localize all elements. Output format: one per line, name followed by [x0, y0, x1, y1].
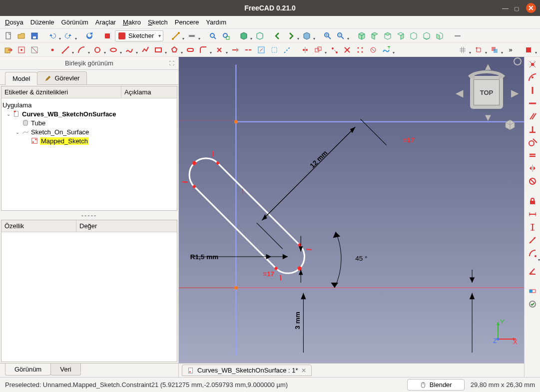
menu-windows[interactable]: Pencere [175, 18, 199, 26]
tree-tube-label[interactable]: Tube [31, 119, 45, 127]
measure-dist-icon[interactable] [452, 30, 463, 41]
tree-sos-label[interactable]: Sketch_On_Surface [31, 128, 89, 136]
constr-angle-icon[interactable] [527, 266, 539, 277]
tab-model[interactable]: Model [5, 72, 37, 85]
constr-equal-icon[interactable] [527, 150, 539, 161]
sk-clone-icon[interactable] [313, 44, 324, 55]
document-tab[interactable]: Curves_WB_SketchOnSurface : 1* ✕ [182, 365, 312, 376]
refresh-icon[interactable] [84, 30, 95, 41]
window-close-icon[interactable]: ✕ [526, 3, 536, 13]
view-top-icon[interactable] [382, 30, 393, 41]
sk-del-align-icon[interactable] [342, 44, 353, 55]
link-nav-icon[interactable] [301, 30, 312, 41]
menu-macro[interactable]: Makro [123, 18, 141, 26]
menu-help[interactable]: Yardım [206, 18, 226, 26]
splitter-handle[interactable]: ----- [0, 212, 178, 219]
navcube-menu-icon[interactable] [513, 57, 522, 66]
sk-grid-icon[interactable] [457, 44, 468, 55]
constr-activate-icon[interactable] [527, 299, 539, 310]
leave-sketch-icon[interactable] [3, 44, 14, 55]
measure-linear-icon[interactable] [170, 30, 181, 41]
sk-rect-icon[interactable] [153, 44, 164, 55]
constr-toggle-driving-icon[interactable] [527, 286, 539, 297]
constr-lock-icon[interactable] [527, 196, 539, 207]
sk-line-icon[interactable] [60, 44, 71, 55]
constr-radius-icon[interactable] [527, 248, 539, 259]
navcube-left-arrow[interactable]: ◀ [456, 87, 463, 99]
sk-rectangular-array-icon[interactable] [355, 44, 366, 55]
tree-app-root[interactable]: Uygulama [2, 101, 32, 109]
window-maximize-icon[interactable] [514, 4, 521, 11]
constr-horiz-dist-icon[interactable] [527, 209, 539, 220]
constr-vertical-icon[interactable] [527, 85, 539, 96]
sk-copy-icon[interactable] [329, 44, 340, 55]
window-minimize-icon[interactable] [502, 4, 509, 11]
menu-sketch[interactable]: Sketch [148, 18, 168, 26]
workbench-selector[interactable]: Sketcher [115, 30, 163, 41]
tree-view[interactable]: Etiketler & öznitelikleri Açıklama Uygul… [1, 86, 177, 211]
tree-expand-sos[interactable]: ⌄ [13, 129, 21, 135]
constr-horizontal-icon[interactable] [527, 98, 539, 109]
sk-stop-op-icon[interactable] [523, 44, 534, 55]
property-view[interactable]: Özellik Değer [1, 220, 177, 362]
expand-icon[interactable]: ⛶ [169, 60, 174, 66]
measure-clear-icon[interactable] [186, 30, 197, 41]
tree-mapped-label[interactable]: Mapped_Sketch [40, 137, 89, 145]
tab-tasks[interactable]: Görevler [37, 71, 87, 84]
sk-arc-icon[interactable] [76, 44, 87, 55]
view-front-icon[interactable] [369, 30, 380, 41]
sk-ellipse-icon[interactable] [108, 44, 119, 55]
sk-increase-degree-icon[interactable]: + [381, 44, 392, 55]
nav-back-icon[interactable] [272, 30, 283, 41]
menu-tools[interactable]: Araçlar [95, 18, 116, 26]
constr-point-on-icon[interactable] [527, 72, 539, 83]
navigation-cube[interactable]: TOP ▲ ▼ ◀ ▶ [454, 60, 519, 125]
3d-view[interactable]: 12 mm R1,5 mm 45 ° [179, 57, 524, 363]
bbox-icon[interactable] [254, 30, 265, 41]
undo-icon[interactable] [47, 30, 58, 41]
view-section-icon[interactable] [29, 44, 40, 55]
sk-remove-axes-icon[interactable] [368, 44, 379, 55]
sk-external-icon[interactable] [256, 44, 267, 55]
zoom-in-icon[interactable] [322, 30, 333, 41]
tree-doc-label[interactable]: Curves_WB_SketchOnSurface [22, 110, 116, 118]
file-open-icon[interactable] [16, 30, 27, 41]
constr-symmetric-icon[interactable] [527, 163, 539, 174]
menu-file[interactable]: Dosya [5, 18, 23, 26]
sk-polygon-icon[interactable] [169, 44, 180, 55]
constr-perpendicular-icon[interactable] [527, 124, 539, 135]
constr-distance-icon[interactable] [527, 235, 539, 246]
constr-vert-dist-icon[interactable] [527, 222, 539, 233]
file-save-icon[interactable] [29, 30, 40, 41]
file-new-icon[interactable] [3, 30, 14, 41]
view-rear-icon[interactable] [408, 30, 419, 41]
sk-order-icon[interactable] [489, 44, 500, 55]
navcube-top-face[interactable]: TOP [473, 79, 500, 106]
navcube-right-arrow[interactable]: ▶ [511, 87, 519, 99]
draw-style-icon[interactable] [238, 30, 249, 41]
view-right-icon[interactable] [395, 30, 406, 41]
sk-carbon-icon[interactable] [269, 44, 280, 55]
view-left-icon[interactable] [434, 30, 445, 41]
sk-construction-icon[interactable] [282, 44, 293, 55]
redo-icon[interactable] [63, 30, 74, 41]
document-tab-close-icon[interactable]: ✕ [301, 367, 306, 374]
sk-fillet-icon[interactable] [198, 44, 209, 55]
view-sketch-icon[interactable] [16, 44, 27, 55]
sk-extend-icon[interactable] [230, 44, 241, 55]
sk-polyline-icon[interactable] [140, 44, 151, 55]
constr-block-icon[interactable] [527, 176, 539, 187]
sk-more-icon[interactable]: » [505, 44, 516, 55]
sk-bspline-icon[interactable] [124, 44, 135, 55]
constr-parallel-icon[interactable] [527, 111, 539, 122]
navcube-mini-icon[interactable] [504, 119, 516, 131]
nav-fwd-icon[interactable] [285, 30, 296, 41]
sk-slot-icon[interactable] [185, 44, 196, 55]
sk-circle-icon[interactable] [92, 44, 103, 55]
sk-point-icon[interactable] [47, 44, 58, 55]
view-bottom-icon[interactable] [421, 30, 432, 41]
fit-all-icon[interactable] [207, 30, 218, 41]
menu-view[interactable]: Görünüm [61, 18, 88, 26]
navcube-down-arrow[interactable]: ▼ [483, 112, 493, 123]
fit-selection-icon[interactable] [220, 30, 231, 41]
